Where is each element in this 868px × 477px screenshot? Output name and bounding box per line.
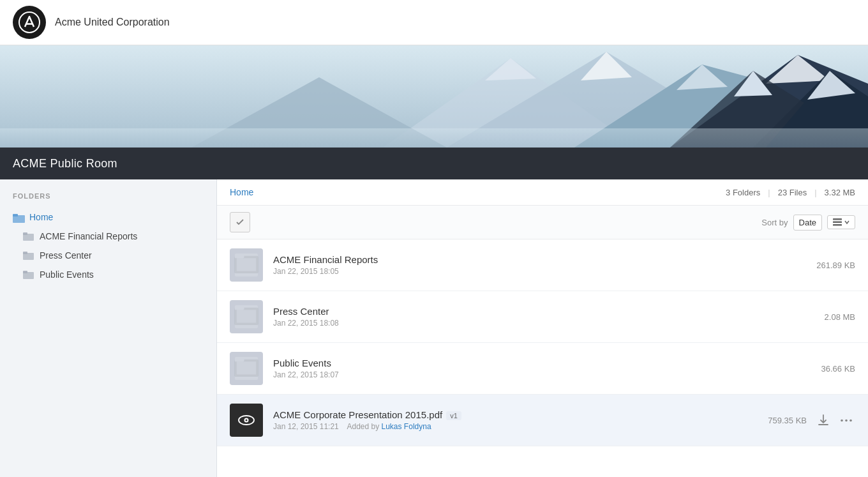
- svg-point-38: [246, 420, 248, 421]
- file-size-presentation: 759.35 KB: [749, 416, 807, 425]
- svg-rect-21: [23, 252, 27, 254]
- sidebar-home-label: Home: [29, 212, 53, 222]
- svg-rect-30: [234, 308, 258, 325]
- file-size-financial: 261.89 KB: [798, 261, 855, 270]
- folder-thumb-financial: [230, 248, 263, 282]
- sidebar-item-press[interactable]: Press Center: [0, 246, 216, 265]
- sort-label: Sort by: [761, 218, 788, 227]
- svg-rect-28: [234, 254, 244, 258]
- svg-point-41: [845, 419, 848, 421]
- svg-rect-25: [833, 222, 842, 223]
- sidebar-financial-label: ACME Financial Reports: [40, 231, 137, 241]
- sidebar-item-home[interactable]: Home: [0, 208, 216, 227]
- svg-rect-35: [237, 361, 256, 374]
- folders-count: 3 Folders: [726, 188, 760, 197]
- svg-rect-19: [23, 232, 27, 235]
- svg-rect-29: [237, 258, 256, 271]
- company-name: Acme United Corporation: [55, 17, 170, 28]
- content-area: Home 3 Folders | 23 Files | 3.32 MB Sort…: [217, 179, 868, 477]
- app-header: Acme United Corporation: [0, 0, 868, 45]
- sort-controls: Sort by Date: [761, 215, 855, 231]
- sidebar-events-label: Public Events: [40, 269, 94, 280]
- sidebar: FOLDERS Home ACME Financial Reports: [0, 179, 217, 477]
- file-actions: [814, 411, 855, 429]
- svg-point-42: [849, 419, 852, 421]
- folder-icon-financial: [23, 232, 34, 241]
- stat-separator-2: |: [814, 188, 816, 197]
- file-size-events: 36.66 KB: [798, 364, 855, 374]
- file-name-financial: ACME Financial Reports: [273, 254, 798, 265]
- svg-rect-27: [234, 256, 258, 273]
- file-date-press: Jan 22, 2015 18:08: [273, 319, 798, 328]
- folder-icon-press: [23, 251, 34, 260]
- stat-separator-1: |: [768, 188, 770, 197]
- folder-thumb-press: [230, 300, 263, 333]
- file-thumb-presentation: [230, 404, 263, 437]
- svg-rect-34: [234, 357, 244, 361]
- sidebar-press-label: Press Center: [40, 250, 92, 261]
- download-button[interactable]: [814, 411, 832, 429]
- svg-rect-17: [13, 214, 18, 216]
- version-badge: v1: [446, 411, 461, 420]
- total-size: 3.32 MB: [825, 188, 855, 197]
- company-logo: [13, 6, 46, 39]
- file-date-financial: Jan 22, 2015 18:05: [273, 267, 798, 276]
- file-meta-presentation: Jan 12, 2015 11:21 Added by Lukas Foldyn…: [273, 422, 749, 431]
- toolbar-row: Sort by Date: [217, 206, 868, 239]
- file-name-events: Public Events: [273, 358, 798, 368]
- svg-rect-31: [234, 305, 244, 310]
- select-all-button[interactable]: [230, 212, 250, 232]
- chevron-down-icon: [844, 220, 849, 225]
- file-info-presentation: ACME Corporate Presentation 2015.pdfv1 J…: [273, 409, 749, 431]
- hero-banner: [0, 45, 868, 148]
- file-author: Lukas Foldyna: [382, 422, 431, 431]
- file-item-financial[interactable]: ACME Financial Reports Jan 22, 2015 18:0…: [217, 239, 868, 291]
- folder-icon-home: [13, 213, 24, 222]
- svg-point-0: [19, 12, 40, 33]
- main-layout: FOLDERS Home ACME Financial Reports: [0, 179, 868, 477]
- file-item-events[interactable]: Public Events Jan 22, 2015 18:07 36.66 K…: [217, 343, 868, 395]
- folder-thumb-events: [230, 352, 263, 385]
- svg-rect-24: [833, 218, 842, 220]
- svg-point-40: [841, 419, 843, 421]
- file-size-press: 2.08 MB: [798, 312, 855, 322]
- sort-value: Date: [799, 218, 816, 227]
- svg-rect-15: [0, 128, 868, 148]
- sidebar-item-events[interactable]: Public Events: [0, 265, 216, 284]
- file-info-press: Press Center Jan 22, 2015 18:08: [273, 306, 798, 328]
- sidebar-section-label: FOLDERS: [0, 192, 216, 208]
- breadcrumb-stats: 3 Folders | 23 Files | 3.32 MB: [726, 188, 855, 197]
- breadcrumb-home[interactable]: Home: [230, 187, 253, 197]
- folder-icon-events: [23, 270, 34, 279]
- page-title: ACME Public Room: [13, 157, 117, 170]
- more-options-button[interactable]: [837, 411, 855, 429]
- svg-rect-33: [234, 360, 258, 377]
- file-name-presentation: ACME Corporate Presentation 2015.pdfv1: [273, 409, 749, 420]
- file-info-financial: ACME Financial Reports Jan 22, 2015 18:0…: [273, 254, 798, 276]
- file-info-events: Public Events Jan 22, 2015 18:07: [273, 358, 798, 379]
- breadcrumb-bar: Home 3 Folders | 23 Files | 3.32 MB: [217, 179, 868, 206]
- file-name-press: Press Center: [273, 306, 798, 317]
- file-list: ACME Financial Reports Jan 22, 2015 18:0…: [217, 239, 868, 446]
- file-item-press[interactable]: Press Center Jan 22, 2015 18:08 2.08 MB: [217, 291, 868, 343]
- title-bar: ACME Public Room: [0, 148, 868, 179]
- svg-rect-23: [23, 271, 27, 273]
- sort-dropdown[interactable]: Date: [793, 215, 822, 231]
- view-toggle[interactable]: [827, 215, 855, 229]
- file-item-presentation[interactable]: ACME Corporate Presentation 2015.pdfv1 J…: [217, 395, 868, 446]
- file-date-events: Jan 22, 2015 18:07: [273, 370, 798, 379]
- sidebar-item-financial[interactable]: ACME Financial Reports: [0, 227, 216, 246]
- files-count: 23 Files: [778, 188, 807, 197]
- svg-rect-32: [237, 310, 256, 322]
- svg-rect-26: [833, 224, 842, 226]
